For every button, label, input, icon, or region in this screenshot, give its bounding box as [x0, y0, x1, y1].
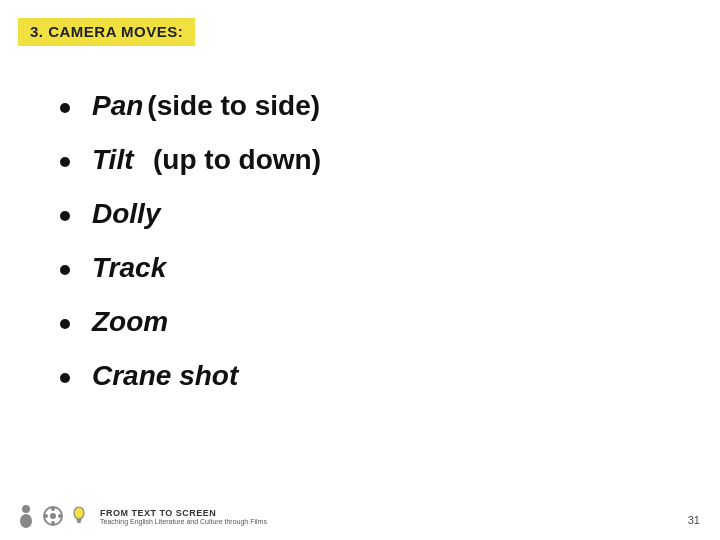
bullet-dot: [60, 265, 70, 275]
list-item: Pan (side to side): [60, 90, 321, 122]
list-item: Zoom: [60, 306, 321, 338]
svg-rect-10: [77, 521, 81, 523]
svg-point-0: [22, 505, 30, 513]
footer-main-text: FROM TEXT TO SCREEN: [100, 508, 267, 518]
list-item: Track: [60, 252, 321, 284]
svg-point-7: [58, 514, 62, 518]
slide: 3. CAMERA MOVES: Pan (side to side) Tilt…: [0, 0, 720, 540]
item-text: Zoom: [92, 306, 168, 338]
item-text: Pan: [92, 90, 143, 122]
footer: FROM TEXT TO SCREEN Teaching English Lit…: [18, 504, 267, 528]
bullet-dot: [60, 211, 70, 221]
svg-point-8: [74, 507, 84, 519]
bullet-dot: [60, 319, 70, 329]
svg-rect-9: [77, 519, 82, 521]
bullet-dot: [60, 103, 70, 113]
item-text: Dolly: [92, 198, 160, 230]
item-text: Crane shot: [92, 360, 238, 392]
list-item: Tilt (up to down): [60, 144, 321, 176]
svg-point-6: [44, 514, 48, 518]
svg-point-4: [51, 507, 55, 511]
footer-text-block: FROM TEXT TO SCREEN Teaching English Lit…: [100, 508, 267, 525]
header-bar: 3. CAMERA MOVES:: [18, 18, 195, 46]
item-text: Track: [92, 252, 166, 284]
svg-point-5: [51, 521, 55, 525]
item-suffix: (side to side): [147, 90, 320, 122]
svg-point-1: [20, 514, 32, 528]
item-suffix: (up to down): [137, 144, 321, 176]
bullet-dot: [60, 373, 70, 383]
person-icon: [18, 504, 34, 528]
footer-sub-text: Teaching English Literature and Culture …: [100, 518, 267, 525]
item-text: Tilt: [92, 144, 133, 176]
bullet-dot: [60, 157, 70, 167]
header-title: 3. CAMERA MOVES:: [30, 23, 183, 40]
list-item: Crane shot: [60, 360, 321, 392]
lamp-icon: [72, 504, 86, 528]
list-item: Dolly: [60, 198, 321, 230]
page-number: 31: [688, 514, 700, 526]
film-icon: [42, 505, 64, 527]
svg-point-3: [50, 513, 56, 519]
bullet-list: Pan (side to side) Tilt (up to down) Dol…: [60, 90, 321, 414]
